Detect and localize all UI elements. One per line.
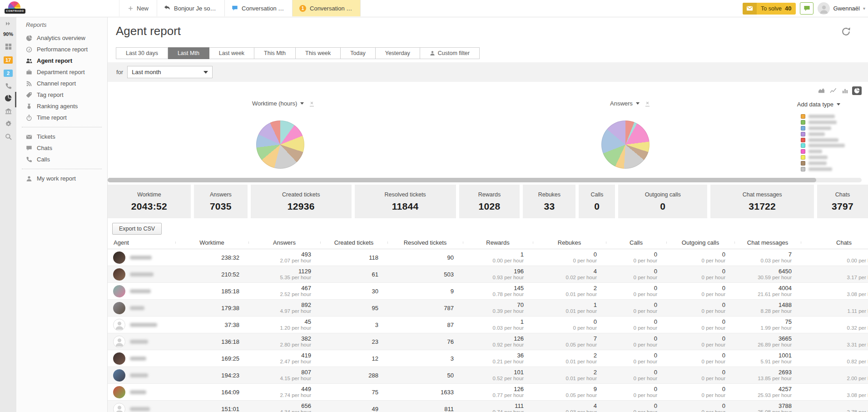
cell-value: 451	[801, 335, 868, 342]
legend-swatch[interactable]	[801, 167, 805, 171]
legend-label-redacted	[808, 121, 837, 124]
agent-avatar	[113, 386, 125, 398]
legend-swatch[interactable]	[801, 132, 805, 136]
legend-swatch[interactable]	[801, 114, 805, 119]
filter-tab-last-30-days[interactable]: Last 30 days	[116, 47, 168, 59]
column-header-calls[interactable]: Calls	[606, 239, 666, 246]
column-header-rebukes[interactable]: Rebukes	[533, 239, 606, 246]
column-header-rewards[interactable]: Rewards	[463, 239, 533, 246]
sidebar-item-channel-report[interactable]: Channel report	[16, 78, 107, 89]
table-row[interactable]: 194:238074.15 per hour288501010.52 per h…	[108, 367, 868, 384]
sidebar-item-time-report[interactable]: Time report	[16, 112, 107, 123]
agent-avatar	[113, 285, 125, 297]
reports-rail-item[interactable]	[5, 95, 12, 102]
filter-tab-last-week[interactable]: Last week	[209, 47, 254, 59]
cell-rebukes: 90.05 per hour	[533, 386, 606, 398]
table-row[interactable]: 169:254192.47 per hour123360.21 per hour…	[108, 350, 868, 367]
sidebar-item-agent-report[interactable]: Agent report	[16, 55, 107, 66]
column-header-created-tickets[interactable]: Created tickets	[320, 239, 387, 246]
legend-swatch[interactable]	[801, 120, 805, 125]
remove-chart-button[interactable]	[645, 101, 650, 106]
column-header-worktime[interactable]: Worktime	[175, 239, 248, 246]
ticket-tab[interactable]: 1Conversation d...	[292, 0, 361, 16]
agent-name-redacted	[130, 272, 154, 276]
new-tab-button[interactable]: New	[119, 0, 157, 16]
column-header-resolved-tickets[interactable]: Resolved tickets	[387, 239, 463, 246]
column-header-outgoing-calls[interactable]: Outgoing calls	[666, 239, 734, 246]
table-row[interactable]: 136:183822.80 per hour23761260.92 per ho…	[108, 333, 868, 350]
sidebar-item-department-report[interactable]: Department report	[16, 66, 107, 78]
answers-pie-chart	[601, 121, 650, 169]
sidebar-item-tickets[interactable]: Tickets	[16, 131, 107, 142]
settings-rail-item[interactable]	[5, 121, 12, 127]
sidebar-item-tag-report[interactable]: Tag report	[16, 89, 107, 100]
table-row[interactable]: 185:184672.52 per hour3091450.78 per hou…	[108, 283, 868, 300]
stat-label: Chat messages	[743, 191, 782, 198]
column-header-answers[interactable]: Answers	[248, 239, 320, 246]
sidebar-item-my-work-report[interactable]: My work report	[16, 173, 107, 184]
bar-chart-icon[interactable]	[840, 86, 850, 95]
sidebar-item-ranking-agents[interactable]: Ranking agents	[16, 100, 107, 112]
cell-resolved: 87	[387, 322, 463, 328]
tickets-count-badge[interactable]: 17	[4, 56, 13, 64]
expand-sidebar-button[interactable]	[5, 20, 11, 27]
table-row[interactable]: 37:38451.20 per hour38710.03 per hour00 …	[108, 317, 868, 333]
filter-tab-last-mth[interactable]: Last Mth	[168, 47, 209, 59]
chats-online-button[interactable]	[800, 2, 813, 15]
cell-created: 118	[320, 254, 387, 261]
filter-tab-this-week[interactable]: This week	[296, 47, 341, 59]
to-solve-button[interactable]: To solve 40	[743, 3, 796, 15]
cell-value: 467	[248, 285, 311, 291]
period-select[interactable]: Last month	[127, 66, 213, 78]
export-csv-button[interactable]: Export to CSV	[112, 223, 162, 235]
search-rail-item[interactable]	[5, 133, 12, 140]
remove-chart-button[interactable]	[310, 101, 314, 106]
sidebar-item-calls[interactable]: Calls	[16, 154, 107, 165]
filter-tab-this-mth[interactable]: This Mth	[254, 47, 296, 59]
chart-metric-dropdown[interactable]: Worktime (hours)	[252, 100, 314, 107]
ticket-tab[interactable]: Conversation d...	[224, 0, 292, 16]
legend-swatch[interactable]	[801, 143, 805, 148]
ticket-tab[interactable]: Bonjour Je sou...	[157, 0, 224, 16]
chart-metric-dropdown[interactable]: Answers	[610, 100, 650, 107]
column-header-chat-messages[interactable]: Chat messages	[734, 239, 801, 246]
app-logo[interactable]: CONTRADO	[5, 1, 26, 15]
filter-tab-today[interactable]: Today	[341, 47, 375, 59]
refresh-button[interactable]	[841, 27, 851, 36]
user-menu[interactable]: Gwennaël ▾	[818, 2, 865, 15]
sidebar-header: Reports	[16, 20, 107, 32]
legend-swatch[interactable]	[801, 126, 805, 131]
table-row[interactable]: 151:016564.34 per hour498111110.74 per h…	[108, 401, 868, 412]
column-header-chats[interactable]: Chats	[801, 239, 868, 246]
zoom-level[interactable]: 90%	[3, 31, 13, 37]
chats-count-badge[interactable]: 2	[4, 70, 13, 77]
add-data-type-dropdown[interactable]: Add data type	[797, 101, 840, 108]
column-header-agent[interactable]: Agent	[108, 239, 175, 246]
sidebar-item-chats[interactable]: Chats	[16, 142, 107, 154]
cell-rebukes: 10.01 per hour	[533, 301, 606, 314]
stat-value: 3797	[832, 201, 853, 212]
legend-swatch[interactable]	[801, 138, 805, 142]
legend-swatch[interactable]	[801, 155, 805, 160]
cell-value: 787	[387, 305, 454, 312]
custom-filter-button[interactable]: Custom filter	[420, 47, 480, 59]
sidebar-item-performance-report[interactable]: Performance report	[16, 44, 107, 55]
calls-rail-item[interactable]	[5, 83, 12, 90]
line-chart-icon[interactable]	[828, 86, 838, 95]
dashboard-rail-item[interactable]	[5, 43, 12, 50]
table-row[interactable]: 238:324932.07 per hour1189010.00 per hou…	[108, 249, 868, 266]
area-chart-icon[interactable]	[817, 86, 826, 95]
scrollbar-thumb[interactable]	[108, 178, 816, 182]
table-row[interactable]: 164:094492.74 per hour7516331260.77 per …	[108, 384, 868, 401]
table-row[interactable]: 179:388924.97 per hour95787700.39 per ho…	[108, 300, 868, 317]
legend-swatch[interactable]	[801, 149, 805, 154]
sidebar-item-analytics-overview[interactable]: Analytics overview	[16, 32, 107, 44]
legend-swatch[interactable]	[801, 161, 805, 166]
filter-tab-yesterday[interactable]: Yesterday	[376, 47, 420, 59]
cell-rate: 0.01 per hour	[533, 376, 597, 382]
pie-chart-icon[interactable]	[852, 86, 862, 95]
customers-rail-item[interactable]	[5, 108, 12, 115]
cell-calls: 00 per hour	[606, 251, 666, 264]
table-row[interactable]: 210:5211295.35 per hour615031960.93 per …	[108, 266, 868, 283]
cell-created: 95	[320, 305, 387, 312]
